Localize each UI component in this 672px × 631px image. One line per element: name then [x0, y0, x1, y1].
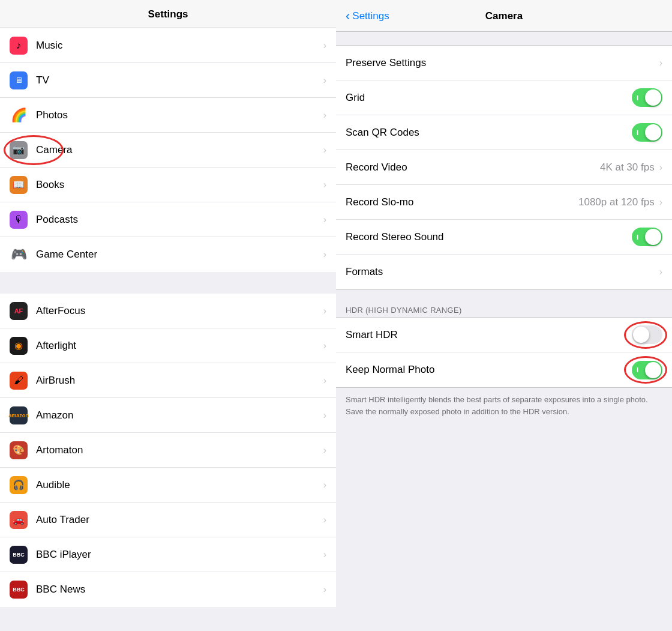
bbciplayer-chevron-icon: › — [323, 549, 326, 560]
afterlight-chevron-icon: › — [323, 340, 326, 351]
tv-label: TV — [36, 74, 323, 86]
sidebar-item-podcasts[interactable]: 🎙 Podcasts › — [0, 202, 336, 237]
sidebar-item-airbrush[interactable]: 🖌 AirBrush › — [0, 363, 336, 398]
photos-chevron-icon: › — [323, 110, 326, 121]
smart-hdr-toggle-knob — [633, 327, 649, 343]
scan-qr-toggle-knob — [645, 124, 661, 140]
podcasts-icon: 🎙 — [10, 211, 28, 229]
record-stereo-sound-item[interactable]: Record Stereo Sound I — [336, 220, 672, 255]
keep-normal-photo-toggle-knob — [645, 362, 661, 378]
afterfocus-icon: AF — [10, 302, 28, 320]
bbciplayer-icon: BBC — [10, 546, 28, 564]
hdr-section-label: HDR (HIGH DYNAMIC RANGE) — [336, 301, 672, 317]
sidebar-item-tv[interactable]: 🖥 TV › — [0, 63, 336, 98]
grid-toggle[interactable]: I — [632, 88, 662, 107]
record-stereo-label: Record Stereo Sound — [346, 231, 632, 243]
sidebar-item-bbcnews[interactable]: BBC BBC News › — [0, 572, 336, 607]
hdr-section: HDR (HIGH DYNAMIC RANGE) Smart HDR Keep … — [336, 301, 672, 427]
record-slo-mo-value: 1080p at 120 fps — [578, 196, 655, 208]
keep-normal-photo-toggle-wrapper: I — [632, 361, 662, 379]
hdr-description-text: Smart HDR intelligently blends the best … — [336, 388, 672, 427]
grid-toggle-knob — [645, 89, 661, 106]
artomaton-chevron-icon: › — [323, 445, 326, 456]
left-panel-header: Settings — [0, 0, 336, 28]
books-label: Books — [36, 179, 323, 191]
amazon-label: Amazon — [36, 409, 323, 421]
back-button[interactable]: ‹ Settings — [346, 8, 389, 24]
right-content: Preserve Settings › Grid I Scan QR Codes… — [336, 32, 672, 631]
amazon-icon: amazon — [10, 406, 28, 424]
sidebar-item-bbciplayer[interactable]: BBC BBC iPlayer › — [0, 537, 336, 572]
smart-hdr-item[interactable]: Smart HDR — [336, 318, 672, 352]
music-chevron-icon: › — [323, 40, 326, 51]
right-panel-header: ‹ Settings Camera — [336, 0, 672, 32]
bbcnews-label: BBC News — [36, 584, 323, 596]
scan-qr-label: Scan QR Codes — [346, 127, 632, 139]
smart-hdr-toggle-wrapper — [632, 325, 662, 344]
sidebar-item-afterlight[interactable]: ◉ Afterlight › — [0, 328, 336, 363]
scan-qr-toggle[interactable]: I — [632, 123, 662, 142]
afterlight-icon: ◉ — [10, 337, 28, 355]
camera-chevron-icon: › — [323, 145, 326, 155]
sidebar-item-photos[interactable]: 🌈 Photos › — [0, 98, 336, 133]
autotrader-chevron-icon: › — [323, 515, 326, 525]
camera-settings-list: Preserve Settings › Grid I Scan QR Codes… — [336, 45, 672, 290]
formats-label: Formats — [346, 266, 659, 278]
podcasts-chevron-icon: › — [323, 214, 326, 225]
preserve-settings-item[interactable]: Preserve Settings › — [336, 46, 672, 80]
autotrader-icon: 🚗 — [10, 511, 28, 529]
record-slo-mo-label: Record Slo-mo — [346, 196, 578, 208]
camera-label: Camera — [36, 144, 323, 156]
music-label: Music — [36, 40, 323, 52]
gamecenter-label: Game Center — [36, 249, 323, 261]
books-icon: 📖 — [10, 176, 28, 194]
formats-item[interactable]: Formats › — [336, 255, 672, 289]
sidebar-item-audible[interactable]: 🎧 Audible › — [0, 468, 336, 503]
airbrush-icon: 🖌 — [10, 372, 28, 390]
afterfocus-chevron-icon: › — [323, 306, 326, 316]
grid-item[interactable]: Grid I — [336, 80, 672, 115]
sidebar-item-music[interactable]: ♪ Music › — [0, 28, 336, 63]
photos-icon: 🌈 — [10, 106, 28, 124]
record-stereo-toggle[interactable]: I — [632, 228, 662, 246]
grid-label: Grid — [346, 92, 632, 104]
formats-chevron-icon: › — [659, 267, 662, 277]
music-icon: ♪ — [10, 37, 28, 55]
smart-hdr-label: Smart HDR — [346, 329, 632, 341]
sidebar-item-books[interactable]: 📖 Books › — [0, 168, 336, 202]
audible-chevron-icon: › — [323, 480, 326, 491]
artomaton-icon: 🎨 — [10, 441, 28, 459]
right-panel-title: Camera — [485, 10, 523, 22]
smart-hdr-toggle[interactable] — [632, 325, 662, 344]
left-title: Settings — [148, 8, 188, 20]
record-video-value: 4K at 30 fps — [600, 162, 655, 174]
camera-icon: 📷 — [10, 141, 28, 159]
bbcnews-icon: BBC — [10, 581, 28, 599]
sidebar-item-afterfocus[interactable]: AF AfterFocus › — [0, 294, 336, 328]
keep-normal-photo-toggle[interactable]: I — [632, 361, 662, 379]
books-chevron-icon: › — [323, 180, 326, 190]
airbrush-label: AirBrush — [36, 375, 323, 387]
sidebar-item-camera[interactable]: 📷 Camera › — [0, 133, 336, 168]
tv-icon: 🖥 — [10, 71, 28, 89]
audible-icon: 🎧 — [10, 476, 28, 494]
sidebar-item-amazon[interactable]: amazon Amazon › — [0, 398, 336, 433]
sidebar-item-artomaton[interactable]: 🎨 Artomaton › — [0, 433, 336, 468]
keep-normal-photo-item[interactable]: Keep Normal Photo I — [336, 352, 672, 387]
sidebar-item-gamecenter[interactable]: 🎮 Game Center › — [0, 237, 336, 272]
afterlight-label: Afterlight — [36, 340, 323, 352]
podcasts-label: Podcasts — [36, 214, 323, 226]
bbcnews-chevron-icon: › — [323, 584, 326, 595]
audible-label: Audible — [36, 479, 323, 491]
scan-qr-item[interactable]: Scan QR Codes I — [336, 115, 672, 150]
record-video-item[interactable]: Record Video 4K at 30 fps › — [336, 150, 672, 185]
gamecenter-chevron-icon: › — [323, 249, 326, 260]
sidebar-item-autotrader[interactable]: 🚗 Auto Trader › — [0, 503, 336, 537]
airbrush-chevron-icon: › — [323, 375, 326, 386]
section-divider — [0, 272, 336, 294]
right-panel: ‹ Settings Camera Preserve Settings › Gr… — [336, 0, 672, 631]
record-slo-mo-item[interactable]: Record Slo-mo 1080p at 120 fps › — [336, 185, 672, 220]
main-apps-list: ♪ Music › 🖥 TV › 🌈 Photos › 📷 Camera › 📖… — [0, 28, 336, 272]
preserve-settings-label: Preserve Settings — [346, 57, 659, 69]
amazon-chevron-icon: › — [323, 410, 326, 421]
